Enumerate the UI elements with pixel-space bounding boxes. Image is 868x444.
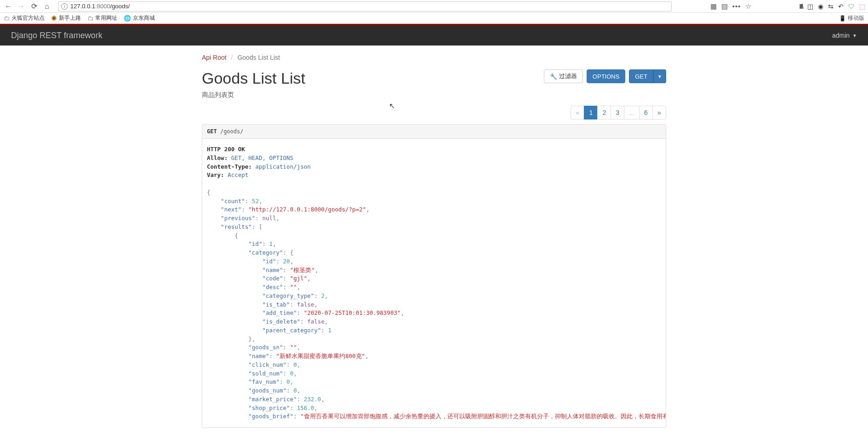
firefox-icon — [51, 15, 57, 21]
undo-icon[interactable]: ↶ — [838, 3, 844, 10]
library-icon[interactable]: III\ — [799, 3, 803, 10]
shield-icon[interactable]: 🛡 — [848, 3, 855, 10]
qr-icon[interactable]: ▦ — [710, 2, 717, 11]
url-port: :8000 — [95, 3, 110, 10]
bookmark-firefox-official[interactable]: 🗀 火狐官方站点 — [4, 14, 45, 22]
filter-button[interactable]: 🔧 过滤器 — [544, 69, 583, 83]
reload-button[interactable]: ⟳ — [29, 1, 40, 12]
mobile-label: 移动版 — [848, 14, 864, 22]
bookmark-common-sites[interactable]: 🗀 常用网址 — [87, 14, 117, 22]
page-header: Goods List List 商品列表页 🔧 过滤器 OPTIONS GET … — [202, 69, 666, 99]
browser-toolbar: ← → ⟳ ⌂ i 127.0.0.1:8000/goods/ ▦ ▤ ••• … — [0, 0, 868, 13]
folder-icon: 🗀 — [4, 15, 10, 22]
mobile-icon: 📱 — [839, 15, 846, 22]
reader-icon[interactable]: ▤ — [721, 2, 728, 11]
bookmark-new-user[interactable]: 新手上路 — [51, 14, 81, 22]
caret-down-icon: ▼ — [657, 74, 662, 79]
get-button[interactable]: GET — [629, 69, 653, 83]
bookmark-label: 常用网址 — [95, 14, 117, 22]
response-box: HTTP 200 OK Allow: GET, HEAD, OPTIONS Co… — [202, 139, 666, 428]
page-next[interactable]: » — [652, 106, 666, 120]
url-path: /goods/ — [110, 3, 130, 10]
account-icon[interactable]: ◉ — [818, 3, 823, 10]
bookmark-label: 火狐官方站点 — [11, 14, 45, 22]
page-title: Goods List List — [202, 69, 305, 87]
breadcrumb-separator: / — [231, 54, 233, 61]
sync-icon[interactable]: ⇆ — [828, 3, 834, 10]
wrench-icon: 🔧 — [550, 73, 557, 80]
request-method: GET — [207, 128, 217, 135]
pagination: « 1 2 3 ... 6 » — [202, 106, 666, 120]
page-prev: « — [571, 106, 584, 120]
get-button-group: GET ▼ — [629, 69, 666, 83]
options-label: OPTIONS — [593, 73, 620, 80]
forward-button: → — [16, 1, 27, 12]
drf-navbar: Django REST framework admin ▼ — [0, 25, 868, 46]
get-dropdown-toggle[interactable]: ▼ — [653, 69, 666, 83]
request-bar: GET /goods/ — [202, 124, 666, 139]
page-subtitle: 商品列表页 — [202, 91, 305, 99]
page-ellipsis: ... — [624, 106, 640, 120]
get-label: GET — [635, 73, 647, 80]
page-2[interactable]: 2 — [597, 106, 611, 120]
drf-username: admin — [832, 32, 850, 39]
folder-icon: 🗀 — [87, 15, 93, 22]
globe-icon: 🌐 — [124, 15, 131, 22]
drf-brand[interactable]: Django REST framework — [11, 31, 103, 40]
info-icon: i — [61, 3, 68, 10]
bookmark-label: 新手上路 — [59, 14, 81, 22]
page-1[interactable]: 1 — [584, 106, 598, 120]
breadcrumb-current: Goods List List — [237, 54, 280, 61]
more-icon[interactable]: ••• — [732, 2, 741, 10]
bookmark-jd[interactable]: 🌐 京东商城 — [124, 14, 155, 22]
svg-point-1 — [53, 17, 55, 19]
action-buttons: 🔧 过滤器 OPTIONS GET ▼ — [544, 69, 666, 83]
options-button[interactable]: OPTIONS — [587, 69, 626, 83]
caret-down-icon: ▼ — [852, 33, 857, 38]
url-host: 127.0.0.1 — [70, 3, 95, 10]
toolbar-far-right: III\ ◫ ◉ ⇆ ↶ 🛡 ⬚ — [799, 3, 865, 10]
url-bar[interactable]: i 127.0.0.1:8000/goods/ — [58, 1, 672, 11]
drf-user-menu[interactable]: admin ▼ — [832, 32, 857, 39]
filter-label: 过滤器 — [559, 72, 577, 80]
page-6[interactable]: 6 — [639, 106, 653, 120]
sidebar-icon[interactable]: ◫ — [807, 3, 813, 10]
bookmark-label: 京东商城 — [133, 14, 155, 22]
breadcrumb-root[interactable]: Api Root — [202, 54, 227, 61]
bookmarks-bar: 🗀 火狐官方站点 新手上路 🗀 常用网址 🌐 京东商城 📱 移动版 — [0, 13, 868, 24]
request-path: /goods/ — [217, 128, 244, 135]
extension-icon[interactable]: ⬚ — [859, 3, 865, 10]
mobile-view-link[interactable]: 📱 移动版 — [839, 14, 864, 22]
drf-content: Api Root / Goods List List Goods List Li… — [202, 46, 666, 428]
home-button[interactable]: ⌂ — [41, 1, 52, 12]
page-3[interactable]: 3 — [611, 106, 624, 120]
toolbar-right: ▦ ▤ ••• ☆ — [710, 2, 752, 11]
breadcrumb: Api Root / Goods List List — [202, 54, 666, 61]
bookmark-star-icon[interactable]: ☆ — [745, 2, 751, 11]
back-button[interactable]: ← — [3, 1, 14, 12]
